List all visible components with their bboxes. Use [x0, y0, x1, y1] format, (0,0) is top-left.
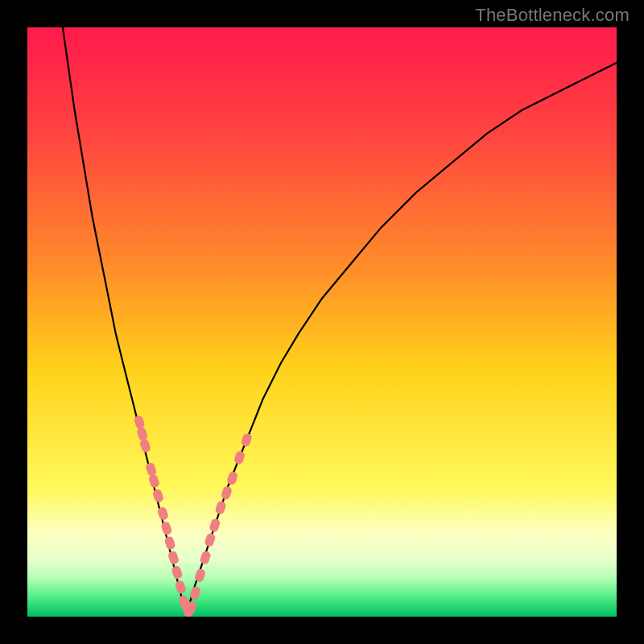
marker-point	[241, 432, 253, 448]
marker-point	[226, 471, 238, 486]
right-curve	[187, 63, 617, 617]
marker-point	[160, 521, 172, 536]
marker-point	[152, 489, 164, 504]
chart-frame: TheBottleneck.com	[0, 0, 644, 644]
marker-point	[204, 532, 216, 547]
marker-point	[145, 462, 157, 477]
marker-point	[163, 535, 175, 551]
marker-point	[139, 438, 151, 453]
curve-layer	[27, 27, 617, 617]
marker-point	[208, 518, 221, 533]
marker-point	[233, 450, 246, 465]
marker-point	[133, 415, 145, 430]
marker-point	[136, 427, 148, 442]
marker-point	[199, 550, 211, 565]
marker-point	[171, 565, 183, 580]
highlight-markers-left	[133, 415, 193, 617]
marker-point	[175, 580, 187, 595]
marker-point	[167, 550, 180, 565]
watermark-text: TheBottleneck.com	[475, 5, 630, 26]
marker-point	[148, 473, 160, 489]
plot-area	[27, 27, 617, 617]
highlight-markers-right	[185, 432, 253, 615]
marker-point	[214, 500, 226, 515]
marker-point	[221, 485, 233, 501]
